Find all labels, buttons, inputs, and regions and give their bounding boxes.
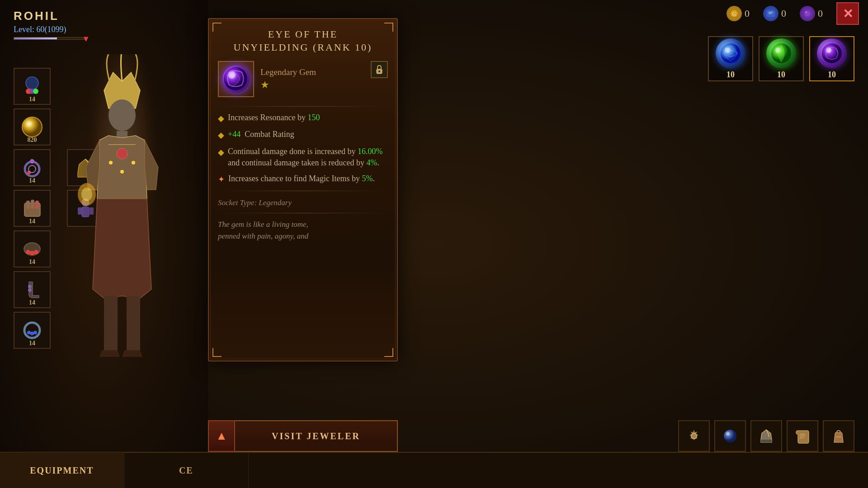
gem-orb-3 <box>817 38 847 68</box>
gem-icon-button[interactable] <box>714 420 746 452</box>
slot-level-6: 14 <box>29 299 35 306</box>
svg-point-57 <box>378 70 380 72</box>
bag-icon-button[interactable] <box>823 420 854 452</box>
equipment-slot-7[interactable]: 14 <box>14 312 51 349</box>
slot-level-2: 820 <box>28 136 37 144</box>
stat-magic-items: ✦ Increases chance to find Magic Items b… <box>218 173 388 185</box>
player-name: ROHIL <box>14 9 86 23</box>
svg-point-40 <box>117 148 127 159</box>
bag-nav-icon <box>830 428 847 444</box>
helm-icon-button[interactable] <box>750 420 782 452</box>
equipment-slot-3[interactable]: 14 <box>14 149 51 186</box>
socket-type-label: Socket Type: Legendary <box>218 198 388 207</box>
equipment-tab[interactable]: EQUIPMENT <box>0 452 124 488</box>
svg-point-10 <box>28 89 33 94</box>
stat-resonance-text: Increases Resonance by 150 <box>228 112 320 123</box>
gold-value: 0 <box>745 8 750 19</box>
gem-stars: ★ <box>260 79 364 91</box>
stat-combat-rating: ◆ +44 Combat Rating <box>218 129 388 141</box>
svg-point-27 <box>28 285 32 288</box>
purple-value: 0 <box>818 8 823 19</box>
equipment-slot-1[interactable]: 14 <box>14 68 51 105</box>
ce-label: CE <box>179 465 193 476</box>
magic-value: 5% <box>362 174 373 183</box>
up-arrow-icon: ▲ <box>216 429 227 443</box>
slot-icon-1 <box>20 74 45 99</box>
jeweler-label: VISIT JEWELER <box>272 431 360 441</box>
gem-slot-2[interactable]: 10 <box>759 36 804 81</box>
svg-rect-19 <box>31 200 34 209</box>
slot-icon-7 <box>20 318 45 343</box>
scroll-icon-button[interactable] <box>787 420 818 452</box>
gem-slot-1[interactable]: 10 <box>708 36 753 81</box>
slot-level-4: 14 <box>29 218 35 225</box>
svg-point-60 <box>726 432 730 436</box>
star-icon-magic: ✦ <box>218 174 225 185</box>
svg-point-21 <box>35 203 39 207</box>
scroll-up-button[interactable]: ▲ <box>208 420 235 452</box>
diamond-icon-1: ◆ <box>218 113 224 124</box>
svg-point-42 <box>81 188 92 201</box>
svg-rect-44 <box>127 296 140 350</box>
slot-level-1: 14 <box>29 96 35 103</box>
svg-point-24 <box>30 251 34 255</box>
gem-info: Legendary Gem ★ <box>260 67 364 91</box>
xp-fill <box>14 38 57 39</box>
gem-nav-icon <box>722 428 738 444</box>
svg-point-28 <box>24 323 40 338</box>
equipment-slot-4[interactable]: 14 <box>14 190 51 227</box>
combat-value: +44 <box>228 130 241 139</box>
divider-1 <box>218 106 388 107</box>
equipment-slot-6[interactable]: 14 <box>14 271 51 308</box>
corner-tr <box>384 23 393 32</box>
gold-icon: G <box>726 6 742 21</box>
slot-icon-6 <box>20 277 45 302</box>
equipment-slot-2[interactable]: 820 <box>14 108 51 145</box>
gem-slot-3[interactable]: 10 <box>809 36 854 81</box>
right-bottom-icons <box>678 420 854 452</box>
character-figure <box>59 27 185 434</box>
stat-resonance: ◆ Increases Resonance by 150 <box>218 112 388 124</box>
corner-tl <box>212 23 222 32</box>
gem-type-label: Legendary Gem <box>260 67 364 77</box>
equipment-label: EQUIPMENT <box>30 465 94 476</box>
helm-nav-icon <box>758 428 774 444</box>
gem-panel: 10 10 10 <box>708 36 854 81</box>
flavor-text: The gem is like a living tome,penned wit… <box>218 219 388 242</box>
svg-point-30 <box>30 332 34 335</box>
stat-magic-text: Increases chance to find Magic Items by … <box>228 173 375 184</box>
currency-purple: 0 <box>800 6 823 21</box>
ce-tab[interactable]: CE <box>124 452 249 488</box>
equipment-slot-5[interactable]: 14 <box>14 230 51 267</box>
svg-point-38 <box>108 99 136 131</box>
corner-bl <box>212 348 222 357</box>
svg-rect-18 <box>26 201 30 209</box>
svg-point-14 <box>30 159 34 164</box>
svg-point-5 <box>805 11 807 13</box>
svg-point-26 <box>28 288 32 292</box>
close-button[interactable]: ✕ <box>836 2 859 25</box>
svg-point-59 <box>724 430 736 442</box>
corner-br <box>384 348 393 357</box>
diamond-icon-2: ◆ <box>218 130 224 141</box>
tooltip-panel: EYE OF THEUNYIELDING (RANK 10) Legendary… <box>208 18 398 361</box>
top-bar: G 0 0 0 ✕ <box>0 0 868 27</box>
svg-rect-43 <box>104 296 118 350</box>
gem-level-2: 10 <box>777 70 785 80</box>
gem-lock-icon[interactable] <box>371 61 388 78</box>
svg-point-52 <box>822 43 842 63</box>
svg-point-11 <box>22 117 42 137</box>
slot-icon-2 <box>20 115 45 140</box>
equipment-slots-left: 14 820 14 <box>14 68 51 349</box>
slot-level-5: 14 <box>29 258 35 266</box>
gem-orb-1 <box>716 38 745 68</box>
visit-jeweler-button[interactable]: VISIT JEWELER <box>235 420 398 452</box>
slot-icon-3 <box>20 155 45 180</box>
settings-icon-button[interactable] <box>678 420 710 452</box>
svg-point-46 <box>132 161 135 164</box>
svg-text:G: G <box>732 11 736 17</box>
svg-point-29 <box>27 331 31 334</box>
character-svg <box>68 54 176 407</box>
gem-icon-large <box>218 61 254 97</box>
svg-point-13 <box>25 162 39 176</box>
